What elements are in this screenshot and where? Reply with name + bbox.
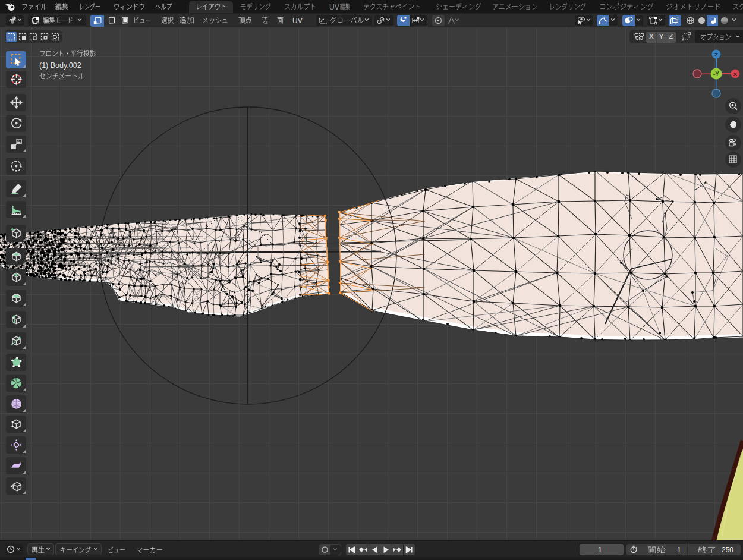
- svg-text:-Y: -Y: [713, 71, 719, 77]
- svg-text:X: X: [733, 71, 738, 77]
- svg-text:Z: Z: [714, 51, 718, 58]
